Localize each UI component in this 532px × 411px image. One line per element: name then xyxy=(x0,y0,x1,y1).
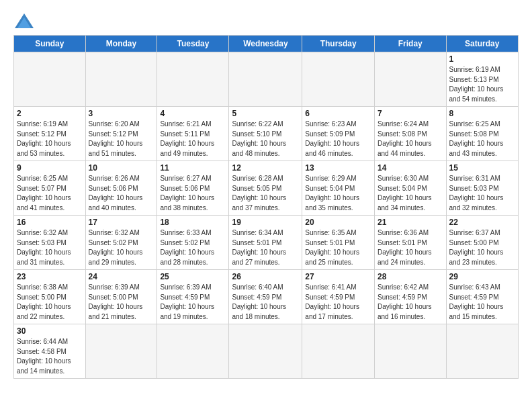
calendar-day-cell: 20Sunrise: 6:35 AM Sunset: 5:01 PM Dayli… xyxy=(302,216,375,270)
day-info: Sunrise: 6:25 AM Sunset: 5:07 PM Dayligh… xyxy=(17,174,83,213)
day-number: 28 xyxy=(378,272,443,281)
day-info: Sunrise: 6:23 AM Sunset: 5:09 PM Dayligh… xyxy=(305,120,371,158)
day-number: 20 xyxy=(305,218,371,227)
calendar-day-cell: 9Sunrise: 6:25 AM Sunset: 5:07 PM Daylig… xyxy=(14,161,86,216)
day-info: Sunrise: 6:27 AM Sunset: 5:06 PM Dayligh… xyxy=(160,174,226,213)
day-number: 25 xyxy=(160,272,226,281)
day-info: Sunrise: 6:42 AM Sunset: 4:59 PM Dayligh… xyxy=(378,283,443,322)
calendar-day-cell: 25Sunrise: 6:39 AM Sunset: 4:59 PM Dayli… xyxy=(157,270,229,324)
calendar-day-cell xyxy=(229,52,302,107)
calendar-day-cell xyxy=(375,52,447,107)
day-info: Sunrise: 6:19 AM Sunset: 5:12 PM Dayligh… xyxy=(17,120,83,158)
day-info: Sunrise: 6:19 AM Sunset: 5:13 PM Dayligh… xyxy=(449,65,515,104)
calendar-day-cell xyxy=(302,324,375,379)
calendar-day-cell: 23Sunrise: 6:38 AM Sunset: 5:00 PM Dayli… xyxy=(14,270,86,324)
day-number: 18 xyxy=(160,218,226,227)
calendar-day-header: Thursday xyxy=(302,36,375,52)
calendar-day-cell: 11Sunrise: 6:27 AM Sunset: 5:06 PM Dayli… xyxy=(157,161,229,216)
calendar-day-cell: 14Sunrise: 6:30 AM Sunset: 5:04 PM Dayli… xyxy=(375,161,447,216)
calendar-day-cell xyxy=(157,52,229,107)
day-number: 16 xyxy=(17,218,83,227)
day-number: 11 xyxy=(160,163,226,173)
day-info: Sunrise: 6:31 AM Sunset: 5:03 PM Dayligh… xyxy=(449,174,515,213)
calendar-day-cell: 21Sunrise: 6:36 AM Sunset: 5:01 PM Dayli… xyxy=(375,216,447,270)
day-info: Sunrise: 6:36 AM Sunset: 5:01 PM Dayligh… xyxy=(378,228,443,267)
day-info: Sunrise: 6:38 AM Sunset: 5:00 PM Dayligh… xyxy=(17,283,83,322)
calendar-day-cell xyxy=(446,324,518,379)
day-info: Sunrise: 6:30 AM Sunset: 5:04 PM Dayligh… xyxy=(378,174,443,213)
calendar-day-cell: 18Sunrise: 6:33 AM Sunset: 5:02 PM Dayli… xyxy=(157,216,229,270)
day-info: Sunrise: 6:22 AM Sunset: 5:10 PM Dayligh… xyxy=(232,120,299,158)
calendar-day-cell xyxy=(85,52,157,107)
calendar-day-cell: 16Sunrise: 6:32 AM Sunset: 5:03 PM Dayli… xyxy=(14,216,86,270)
calendar-day-cell: 24Sunrise: 6:39 AM Sunset: 5:00 PM Dayli… xyxy=(85,270,157,324)
calendar-day-cell: 1Sunrise: 6:19 AM Sunset: 5:13 PM Daylig… xyxy=(446,52,518,107)
calendar-week-row: 2Sunrise: 6:19 AM Sunset: 5:12 PM Daylig… xyxy=(14,107,519,161)
calendar-week-row: 30Sunrise: 6:44 AM Sunset: 4:58 PM Dayli… xyxy=(14,324,519,379)
calendar-day-cell: 8Sunrise: 6:25 AM Sunset: 5:08 PM Daylig… xyxy=(446,107,518,161)
calendar-day-cell xyxy=(375,324,447,379)
day-number: 1 xyxy=(449,54,515,64)
day-number: 7 xyxy=(378,109,443,118)
day-info: Sunrise: 6:35 AM Sunset: 5:01 PM Dayligh… xyxy=(305,228,371,267)
day-info: Sunrise: 6:44 AM Sunset: 4:58 PM Dayligh… xyxy=(17,337,83,376)
calendar-day-cell: 2Sunrise: 6:19 AM Sunset: 5:12 PM Daylig… xyxy=(14,107,86,161)
logo-icon xyxy=(15,13,34,28)
day-number: 30 xyxy=(17,326,83,336)
day-number: 5 xyxy=(232,109,299,118)
calendar-day-cell: 28Sunrise: 6:42 AM Sunset: 4:59 PM Dayli… xyxy=(375,270,447,324)
day-info: Sunrise: 6:21 AM Sunset: 5:11 PM Dayligh… xyxy=(160,120,226,158)
day-info: Sunrise: 6:32 AM Sunset: 5:03 PM Dayligh… xyxy=(17,228,83,267)
calendar-day-cell: 22Sunrise: 6:37 AM Sunset: 5:00 PM Dayli… xyxy=(446,216,518,270)
day-number: 10 xyxy=(89,163,154,173)
calendar-day-cell xyxy=(85,324,157,379)
calendar-day-cell: 4Sunrise: 6:21 AM Sunset: 5:11 PM Daylig… xyxy=(157,107,229,161)
day-info: Sunrise: 6:32 AM Sunset: 5:02 PM Dayligh… xyxy=(89,228,154,267)
calendar-day-header: Wednesday xyxy=(229,36,302,52)
day-number: 29 xyxy=(449,272,515,281)
day-info: Sunrise: 6:33 AM Sunset: 5:02 PM Dayligh… xyxy=(160,228,226,267)
day-number: 12 xyxy=(232,163,299,173)
day-number: 17 xyxy=(89,218,154,227)
calendar-day-cell: 27Sunrise: 6:41 AM Sunset: 4:59 PM Dayli… xyxy=(302,270,375,324)
day-info: Sunrise: 6:34 AM Sunset: 5:01 PM Dayligh… xyxy=(232,228,299,267)
day-number: 6 xyxy=(305,109,371,118)
calendar-day-cell: 26Sunrise: 6:40 AM Sunset: 4:59 PM Dayli… xyxy=(229,270,302,324)
page: SundayMondayTuesdayWednesdayThursdayFrid… xyxy=(0,0,532,411)
calendar-day-header: Sunday xyxy=(14,36,86,52)
day-info: Sunrise: 6:20 AM Sunset: 5:12 PM Dayligh… xyxy=(89,120,154,158)
header xyxy=(13,11,519,28)
calendar-week-row: 1Sunrise: 6:19 AM Sunset: 5:13 PM Daylig… xyxy=(14,52,519,107)
day-info: Sunrise: 6:41 AM Sunset: 4:59 PM Dayligh… xyxy=(305,283,371,322)
calendar-day-header: Friday xyxy=(375,36,447,52)
day-number: 8 xyxy=(449,109,515,118)
calendar-day-cell: 7Sunrise: 6:24 AM Sunset: 5:08 PM Daylig… xyxy=(375,107,447,161)
day-number: 23 xyxy=(17,272,83,281)
day-number: 19 xyxy=(232,218,299,227)
day-number: 15 xyxy=(449,163,515,173)
calendar-day-cell xyxy=(302,52,375,107)
calendar-day-cell xyxy=(229,324,302,379)
calendar-day-cell: 15Sunrise: 6:31 AM Sunset: 5:03 PM Dayli… xyxy=(446,161,518,216)
calendar-day-cell: 29Sunrise: 6:43 AM Sunset: 4:59 PM Dayli… xyxy=(446,270,518,324)
calendar-day-cell: 19Sunrise: 6:34 AM Sunset: 5:01 PM Dayli… xyxy=(229,216,302,270)
day-info: Sunrise: 6:29 AM Sunset: 5:04 PM Dayligh… xyxy=(305,174,371,213)
day-number: 13 xyxy=(305,163,371,173)
day-info: Sunrise: 6:43 AM Sunset: 4:59 PM Dayligh… xyxy=(449,283,515,322)
day-number: 4 xyxy=(160,109,226,118)
day-info: Sunrise: 6:37 AM Sunset: 5:00 PM Dayligh… xyxy=(449,228,515,267)
calendar-week-row: 23Sunrise: 6:38 AM Sunset: 5:00 PM Dayli… xyxy=(14,270,519,324)
calendar-day-cell: 10Sunrise: 6:26 AM Sunset: 5:06 PM Dayli… xyxy=(85,161,157,216)
day-number: 24 xyxy=(89,272,154,281)
calendar-week-row: 9Sunrise: 6:25 AM Sunset: 5:07 PM Daylig… xyxy=(14,161,519,216)
day-info: Sunrise: 6:40 AM Sunset: 4:59 PM Dayligh… xyxy=(232,283,299,322)
calendar-day-cell: 13Sunrise: 6:29 AM Sunset: 5:04 PM Dayli… xyxy=(302,161,375,216)
day-number: 14 xyxy=(378,163,443,173)
day-info: Sunrise: 6:39 AM Sunset: 4:59 PM Dayligh… xyxy=(160,283,226,322)
calendar-day-cell: 12Sunrise: 6:28 AM Sunset: 5:05 PM Dayli… xyxy=(229,161,302,216)
calendar-day-header: Tuesday xyxy=(157,36,229,52)
day-number: 3 xyxy=(89,109,154,118)
day-number: 26 xyxy=(232,272,299,281)
day-info: Sunrise: 6:25 AM Sunset: 5:08 PM Dayligh… xyxy=(449,120,515,158)
day-number: 22 xyxy=(449,218,515,227)
